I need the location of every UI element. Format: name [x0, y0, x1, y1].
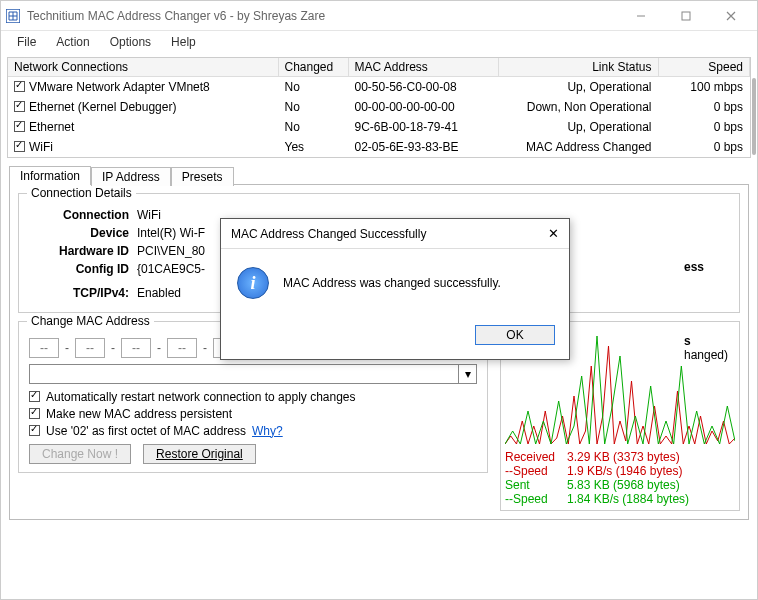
sent-speed-value: 1.84 KB/s (1884 bytes): [567, 492, 689, 506]
menu-options[interactable]: Options: [100, 33, 161, 51]
menubar: File Action Options Help: [1, 31, 757, 53]
obscured-right-text: ess s hanged): [684, 250, 728, 362]
persistent-label: Make new MAC address persistent: [46, 407, 232, 421]
auto-restart-label: Automatically restart network connection…: [46, 390, 356, 404]
restore-original-button[interactable]: Restore Original: [143, 444, 256, 464]
why-link[interactable]: Why?: [252, 424, 283, 438]
connection-details-legend: Connection Details: [27, 186, 136, 200]
menu-help[interactable]: Help: [161, 33, 206, 51]
info-icon: i: [237, 267, 269, 299]
recv-speed-label: --Speed: [505, 464, 567, 478]
mac-preset-combo[interactable]: ▾: [29, 364, 477, 384]
mac-seg-3[interactable]: [121, 338, 151, 358]
auto-restart-checkbox[interactable]: [29, 391, 40, 402]
dialog-message: MAC Address was changed successfully.: [283, 276, 501, 290]
recv-speed-value: 1.9 KB/s (1946 bytes): [567, 464, 682, 478]
titlebar[interactable]: Technitium MAC Address Changer v6 - by S…: [1, 1, 757, 31]
change-mac-legend: Change MAC Address: [27, 314, 154, 328]
menu-action[interactable]: Action: [46, 33, 99, 51]
use-02-label: Use '02' as first octet of MAC address: [46, 424, 246, 438]
connection-label: Connection: [29, 208, 129, 222]
sent-label: Sent: [505, 478, 567, 492]
col-speed[interactable]: Speed: [658, 58, 750, 77]
close-button[interactable]: [708, 2, 753, 30]
table-row[interactable]: Ethernet (Kernel Debugger)No00-00-00-00-…: [8, 97, 750, 117]
sent-value: 5.83 KB (5968 bytes): [567, 478, 680, 492]
tab-information[interactable]: Information: [9, 166, 91, 185]
tab-presets[interactable]: Presets: [171, 167, 234, 186]
mac-seg-1[interactable]: [29, 338, 59, 358]
mac-seg-4[interactable]: [167, 338, 197, 358]
chevron-down-icon: ▾: [458, 365, 476, 383]
row-checkbox[interactable]: [14, 81, 25, 92]
col-connections[interactable]: Network Connections: [8, 58, 278, 77]
ok-button[interactable]: OK: [475, 325, 555, 345]
svg-rect-1: [682, 12, 690, 20]
row-checkbox[interactable]: [14, 101, 25, 112]
connections-table: Network Connections Changed MAC Address …: [7, 57, 751, 158]
hardware-id-label: Hardware ID: [29, 244, 129, 258]
row-checkbox[interactable]: [14, 141, 25, 152]
mac-seg-2[interactable]: [75, 338, 105, 358]
table-row[interactable]: VMware Network Adapter VMnet8No00-50-56-…: [8, 77, 750, 97]
col-status[interactable]: Link Status: [498, 58, 658, 77]
window-title: Technitium MAC Address Changer v6 - by S…: [27, 9, 618, 23]
tab-ip-address[interactable]: IP Address: [91, 167, 171, 186]
tabs: Information IP Address Presets: [9, 166, 749, 185]
config-id-label: Config ID: [29, 262, 129, 276]
received-value: 3.29 KB (3373 bytes): [567, 450, 680, 464]
change-now-button[interactable]: Change Now !: [29, 444, 131, 464]
success-dialog: MAC Address Changed Successfully ✕ i MAC…: [220, 218, 570, 360]
table-row[interactable]: WiFiYes02-05-6E-93-83-BEMAC Address Chan…: [8, 137, 750, 157]
dialog-close-icon[interactable]: ✕: [548, 226, 559, 241]
sent-speed-label: --Speed: [505, 492, 567, 506]
dialog-title: MAC Address Changed Successfully: [231, 227, 426, 241]
row-checkbox[interactable]: [14, 121, 25, 132]
col-mac[interactable]: MAC Address: [348, 58, 498, 77]
app-icon: [5, 8, 21, 24]
minimize-button[interactable]: [618, 2, 663, 30]
received-label: Received: [505, 450, 567, 464]
table-row[interactable]: EthernetNo9C-6B-00-18-79-41Up, Operation…: [8, 117, 750, 137]
use-02-checkbox[interactable]: [29, 425, 40, 436]
persistent-checkbox[interactable]: [29, 408, 40, 419]
table-scrollbar[interactable]: [752, 78, 756, 155]
device-label: Device: [29, 226, 129, 240]
col-changed[interactable]: Changed: [278, 58, 348, 77]
menu-file[interactable]: File: [7, 33, 46, 51]
tcpip-label: TCP/IPv4:: [29, 286, 129, 300]
maximize-button[interactable]: [663, 2, 708, 30]
